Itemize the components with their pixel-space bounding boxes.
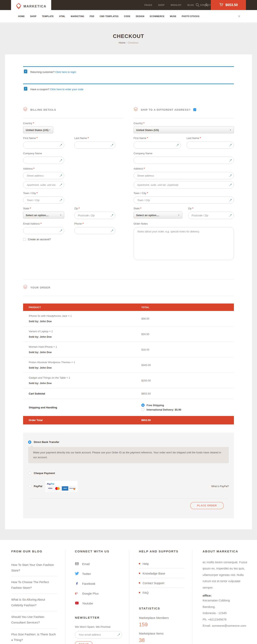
nav-wishlist[interactable]: WISHLIST: [170, 4, 181, 6]
menu-code[interactable]: CODE: [124, 15, 130, 18]
autofill-icon[interactable]: [110, 144, 114, 148]
international-delivery-radio[interactable]: [141, 408, 144, 411]
shipping-zip-input[interactable]: [188, 212, 234, 219]
social-youtube[interactable]: Youtube: [75, 598, 121, 608]
info-icon: i: [24, 70, 27, 73]
social-google-plus[interactable]: g+ Google Plus: [75, 588, 121, 598]
billing-email-input[interactable]: [23, 227, 64, 234]
billing-form: BILLING DETAILS Country * United States …: [23, 107, 124, 261]
ship-different-checkbox[interactable]: ✓: [193, 108, 196, 111]
billing-address1-input[interactable]: [23, 172, 64, 179]
newsletter-email-input[interactable]: [75, 631, 122, 638]
menu-design[interactable]: DESIGN: [136, 15, 144, 18]
blog-link[interactable]: Should You Use Fashion Consultant Servic…: [11, 611, 57, 628]
autofill-icon[interactable]: [59, 144, 62, 148]
autofill-icon[interactable]: [176, 144, 179, 148]
about-text: ec mollis lorem consequat. Fusce ipsum e…: [202, 559, 251, 591]
autofill-icon[interactable]: [59, 159, 62, 163]
shipping-country-select[interactable]: United States (US)▼: [134, 126, 234, 134]
coupon-link[interactable]: Click here to enter your code: [50, 88, 83, 91]
bank-transfer-radio[interactable]: [28, 440, 31, 444]
help-link[interactable]: Knowladge Base: [139, 569, 184, 578]
blog-link[interactable]: What is So Alluring About Celebrity Fash…: [11, 594, 57, 611]
cart-icon: [219, 2, 224, 8]
menu-marketing[interactable]: MARKETING: [71, 15, 84, 18]
mastercard-icon: [54, 486, 61, 491]
billing-address2-input[interactable]: [23, 182, 64, 188]
billing-state-select[interactable]: Select an option....▼: [23, 212, 64, 218]
shipping-last-name-input[interactable]: [187, 142, 234, 148]
billing-company-input[interactable]: [23, 157, 64, 164]
cart-button[interactable]: $653.50: [211, 0, 246, 10]
nav-shop[interactable]: SHOP: [158, 4, 165, 6]
shipping-company-input[interactable]: [134, 157, 234, 164]
menu-template[interactable]: TEMPLATE: [42, 15, 54, 18]
paypal-radio[interactable]: [28, 485, 31, 488]
autofill-icon[interactable]: [117, 633, 120, 637]
menu-photo-stocks[interactable]: PHOTO STOCKS: [182, 15, 200, 18]
menu-html[interactable]: HTML: [59, 15, 65, 18]
autofill-icon[interactable]: [228, 198, 232, 203]
blog-link[interactable]: How To Start Your Own Fashion Store?: [11, 559, 57, 576]
autofill-icon[interactable]: [228, 183, 232, 188]
shipping-first-name-input[interactable]: [134, 142, 181, 148]
autofill-icon[interactable]: [110, 214, 114, 218]
autofill-icon[interactable]: [110, 229, 114, 233]
shipping-state-select[interactable]: Select an option....▼: [134, 212, 182, 218]
breadcrumb-home[interactable]: Home: [119, 42, 125, 44]
footer-blog-column: FROM OUR BLOG How To Start Your Own Fash…: [0, 550, 65, 644]
autofill-icon[interactable]: [228, 214, 232, 218]
order-notes-textarea[interactable]: [134, 227, 234, 260]
product-total: $200.00: [141, 379, 151, 382]
autofill-icon[interactable]: [59, 174, 62, 178]
menu-cms-templates[interactable]: CMS TEMPLATES: [100, 15, 118, 18]
shipping-address2-input[interactable]: [134, 182, 234, 188]
autofill-icon[interactable]: [59, 183, 62, 188]
billing-last-name-input[interactable]: [74, 142, 115, 148]
create-account-checkbox[interactable]: [23, 238, 26, 241]
blog-link[interactable]: Plus Size Fashion: Is There Such a Thing…: [11, 628, 57, 644]
account-icon[interactable]: [202, 0, 211, 10]
col-total: TOTAL: [136, 304, 234, 311]
autofill-icon[interactable]: [59, 229, 62, 233]
billing-zip-label: Zip *: [74, 207, 116, 210]
login-link[interactable]: Click here to login: [55, 70, 76, 74]
autofill-icon[interactable]: [228, 144, 232, 148]
cheque-payment-radio[interactable]: [28, 472, 31, 475]
help-link[interactable]: FAQ: [139, 588, 184, 598]
menu-ecommerce[interactable]: ECOMMERCE: [150, 15, 164, 18]
menu-home[interactable]: HOME: [18, 15, 25, 18]
menu-psd[interactable]: PSD: [90, 15, 94, 18]
social-twitter[interactable]: Twitter: [75, 569, 121, 579]
product-total: $56.00: [141, 317, 150, 320]
billing-last-name-label: Last Name *: [74, 136, 116, 140]
billing-city-input[interactable]: [23, 197, 64, 204]
autofill-icon[interactable]: [59, 198, 62, 203]
newsletter-signup-button[interactable]: SIGN UP: [75, 641, 92, 644]
blog-link[interactable]: How To Choose The Perfect Fashion Store?: [11, 576, 57, 594]
billing-country-select[interactable]: United States (US)▼: [23, 126, 53, 134]
social-facebook[interactable]: Facebook: [75, 579, 121, 588]
newsletter-title: NEWSLETTER: [75, 616, 121, 619]
search-icon[interactable]: [193, 0, 202, 10]
what-is-paypal-link[interactable]: What is PayPal?: [211, 485, 229, 488]
social-email[interactable]: Email: [75, 559, 121, 569]
more-menu-icon[interactable]: [238, 15, 240, 18]
shipping-address1-input[interactable]: [134, 172, 234, 179]
billing-first-name-label: First Name *: [23, 136, 64, 140]
help-link[interactable]: Contact Support: [139, 578, 184, 588]
billing-zip-input[interactable]: [74, 212, 115, 219]
autofill-icon[interactable]: [228, 159, 232, 163]
menu-muse[interactable]: MUSE: [170, 15, 176, 18]
billing-company-label: Company Name: [23, 152, 124, 155]
nav-pages[interactable]: PAGES: [144, 4, 152, 6]
autofill-icon[interactable]: [228, 174, 232, 178]
place-order-button[interactable]: PLACE ORDER: [190, 502, 224, 509]
menu-shop[interactable]: SHOP: [30, 15, 36, 18]
billing-first-name-input[interactable]: [23, 142, 64, 148]
shipping-city-input[interactable]: [134, 197, 234, 204]
help-link[interactable]: Help: [139, 559, 184, 569]
billing-phone-input[interactable]: [74, 227, 115, 234]
brand-logo[interactable]: MARKETICA: [11, 0, 51, 13]
free-shipping-radio[interactable]: [141, 404, 144, 407]
